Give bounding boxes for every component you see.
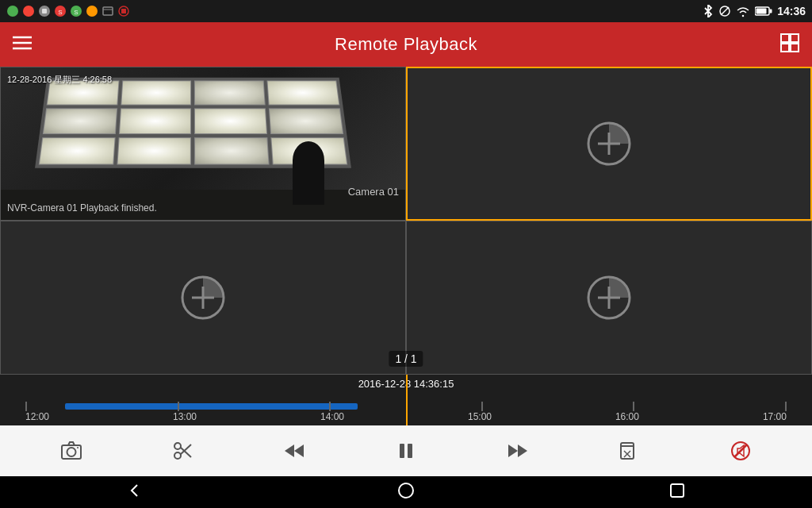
- svg-text:S: S: [58, 9, 62, 16]
- svg-point-36: [77, 447, 79, 448]
- back-button[interactable]: [121, 476, 149, 509]
- svg-rect-9: [103, 7, 113, 15]
- camera-icon: [60, 440, 82, 462]
- timeline-label-17: 17:00: [763, 411, 787, 422]
- svg-marker-46: [518, 444, 527, 457]
- tick-6: [785, 402, 787, 411]
- camera-feed-1: [1, 67, 405, 220]
- add-circle-icon-3: [179, 274, 227, 321]
- nav-bar: [0, 476, 812, 508]
- tick-2: [178, 402, 179, 411]
- camera-label-1: Camera 01: [348, 186, 399, 198]
- svg-point-53: [399, 483, 413, 498]
- svg-point-38: [174, 452, 181, 459]
- back-icon: [127, 483, 143, 498]
- page-indicator: 1 / 1: [389, 351, 423, 367]
- svg-marker-45: [508, 444, 518, 457]
- svg-point-8: [86, 6, 98, 17]
- svg-marker-42: [285, 444, 294, 457]
- bluetooth-icon: [703, 5, 714, 17]
- grid-layout-button[interactable]: [780, 33, 799, 56]
- timeline-label-15: 15:00: [468, 411, 492, 422]
- app-icon-8: [117, 5, 130, 17]
- svg-point-35: [67, 448, 76, 456]
- svg-rect-17: [756, 9, 767, 14]
- timeline-label-13: 13:00: [173, 411, 197, 422]
- svg-rect-22: [791, 34, 799, 42]
- video-cell-2[interactable]: [406, 67, 812, 221]
- app-bar: Remote Playback: [0, 22, 812, 67]
- video-grid: 12-28-2016 星期三 4:26:58 Camera 01 NVR-Cam…: [0, 67, 812, 375]
- hamburger-icon: [13, 36, 32, 50]
- status-icons-right: 14:36: [703, 5, 806, 17]
- svg-point-0: [7, 6, 18, 17]
- timeline-playhead: [406, 375, 408, 425]
- rewind-button[interactable]: [275, 432, 313, 470]
- fast-forward-button[interactable]: [499, 432, 537, 470]
- svg-rect-54: [671, 484, 684, 497]
- pause-button[interactable]: [387, 432, 425, 470]
- cut-button[interactable]: [164, 432, 202, 470]
- svg-rect-21: [781, 34, 789, 42]
- playback-status-1: NVR-Camera 01 Playback finished.: [7, 202, 157, 214]
- add-camera-icon-3[interactable]: [179, 274, 227, 321]
- scissors-icon: [172, 440, 194, 462]
- tick-3: [329, 402, 331, 411]
- svg-marker-41: [294, 444, 304, 457]
- video-cell-1[interactable]: 12-28-2016 星期三 4:26:58 Camera 01 NVR-Cam…: [0, 67, 406, 221]
- recents-icon: [669, 483, 685, 498]
- svg-rect-23: [781, 44, 789, 52]
- tag-button[interactable]: [610, 432, 648, 470]
- svg-point-1: [23, 6, 34, 17]
- video-cell-4[interactable]: [406, 221, 812, 375]
- snapshot-button[interactable]: [52, 432, 90, 470]
- tick-4: [481, 402, 483, 411]
- app-icon-7: [102, 5, 114, 17]
- signal-blocked-icon: [718, 5, 731, 17]
- video-cell-3[interactable]: [0, 221, 406, 375]
- home-icon: [397, 482, 415, 499]
- svg-rect-24: [791, 44, 799, 52]
- status-icons-left: S S: [6, 5, 130, 17]
- tick-1: [25, 402, 27, 411]
- clock-display: 14:36: [777, 5, 806, 17]
- bottom-toolbar: [0, 425, 812, 476]
- svg-text:S: S: [74, 9, 78, 16]
- add-circle-icon-4: [585, 274, 633, 321]
- fast-forward-icon: [507, 440, 529, 462]
- rewind-icon: [283, 440, 305, 462]
- page-title: Remote Playback: [335, 34, 477, 55]
- pause-icon: [395, 440, 417, 462]
- svg-line-14: [721, 7, 729, 15]
- home-button[interactable]: [391, 475, 421, 509]
- wifi-icon: [736, 5, 750, 17]
- status-bar: S S 14:36: [0, 0, 812, 22]
- app-icon-2: [22, 5, 35, 17]
- timeline-label-14: 14:00: [320, 411, 344, 422]
- svg-rect-12: [121, 9, 126, 13]
- add-camera-icon-4[interactable]: [585, 274, 633, 321]
- svg-line-52: [734, 444, 747, 457]
- timeline-label-16: 16:00: [615, 411, 639, 422]
- app-icon-6: [86, 5, 98, 17]
- recents-button[interactable]: [663, 476, 691, 509]
- add-circle-icon: [585, 120, 633, 167]
- mute-icon: [730, 440, 752, 462]
- svg-rect-16: [770, 10, 772, 13]
- timeline-label-12: 12:00: [25, 411, 49, 422]
- mute-button[interactable]: [722, 432, 760, 470]
- tick-5: [633, 402, 634, 411]
- add-camera-icon-2[interactable]: [585, 120, 633, 167]
- hamburger-menu-button[interactable]: [13, 36, 32, 54]
- tag-icon: [618, 440, 640, 462]
- app-icon-3: [38, 5, 51, 17]
- app-icon-5: S: [70, 5, 82, 17]
- svg-rect-3: [42, 9, 47, 13]
- app-icon-4: S: [54, 5, 67, 17]
- svg-point-37: [174, 443, 181, 449]
- svg-rect-43: [400, 444, 404, 458]
- svg-rect-44: [408, 444, 412, 458]
- timeline[interactable]: 2016-12-28 14:36:15 12:00 13:00 14:00 15…: [0, 375, 812, 425]
- camera-timestamp-1: 12-28-2016 星期三 4:26:58: [7, 74, 112, 86]
- app-icon-1: [6, 5, 19, 17]
